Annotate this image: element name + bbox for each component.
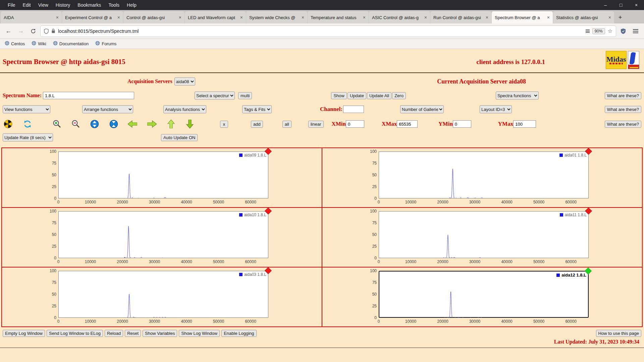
browser-tab[interactable]: LED and Waveform capt× [185,11,246,23]
new-tab-button[interactable]: + [614,11,626,23]
channel-input[interactable] [343,106,364,113]
minimize-button[interactable]: – [598,0,613,10]
ymax-input[interactable] [513,120,536,128]
reload-button[interactable] [28,26,38,36]
tags-fits-dropdown[interactable]: Tags & Fits [242,105,272,113]
ymin-input[interactable] [453,120,471,128]
arrange-functions-dropdown[interactable]: Arrange functions [82,105,133,113]
chart-plot-area[interactable]: aida03 1.8.L [58,271,268,318]
tab-close-icon[interactable]: × [56,15,59,20]
footer-button-empty-log-window[interactable]: Empty Log Window [3,330,45,337]
footer-button-reset[interactable]: Reset [125,330,141,337]
bookmark-documentation[interactable]: Documentation [53,41,89,47]
tab-close-icon[interactable]: × [240,15,243,20]
chart-plot-area[interactable]: aida01 1.8.L [379,152,589,198]
chart-plot-area[interactable]: aida09 1.8.L [58,152,268,198]
bookmark-star-icon[interactable]: ☆ [608,28,612,34]
shift-right-button[interactable] [147,119,157,129]
footer-button-reload[interactable]: Reload [105,330,123,337]
view-functions-dropdown[interactable]: View functions [3,105,50,113]
menu-item-bookmarks[interactable]: Bookmarks [74,0,105,10]
reader-view-icon[interactable] [586,29,590,33]
what-are-these-button-1[interactable]: What are these? [605,92,641,99]
y-shrink-button[interactable] [108,119,119,129]
analysis-functions-dropdown[interactable]: Analysis functions [163,105,206,113]
browser-tab[interactable]: Experiment Control @ a× [62,11,123,23]
update-all-button[interactable]: Update All [367,92,391,99]
browser-tab[interactable]: Statistics @ aidas-gsi× [553,11,614,23]
browser-tab[interactable]: Control @ aidas-gsi× [123,11,184,23]
tab-close-icon[interactable]: × [547,15,550,20]
bookmark-forums[interactable]: Forums [95,41,116,47]
zero-button[interactable]: Zero [392,92,406,99]
y-tick-label: 0 [42,256,56,260]
spectra-functions-dropdown[interactable]: Spectra functions [496,92,539,100]
menu-item-edit[interactable]: Edit [19,0,35,10]
shift-down-button[interactable] [184,119,195,129]
chart-plot-area[interactable]: aida11 1.8.L [379,211,589,258]
add-button[interactable]: add [251,121,263,128]
what-are-these-button-2[interactable]: What are these? [605,106,641,113]
back-button[interactable]: ← [3,26,13,36]
close-button[interactable]: × [629,0,644,10]
protections-shield-button[interactable] [618,26,628,36]
app-menu-button[interactable] [631,26,641,36]
zoom-in-button[interactable] [52,119,62,129]
acquisition-server-select[interactable]: aida08 [174,77,195,85]
bookmark-wiki[interactable]: Wiki [32,41,46,47]
browser-tab[interactable]: System wide Checks @× [246,11,307,23]
radiation-button[interactable] [3,119,13,129]
menu-item-tools[interactable]: Tools [105,0,123,10]
browser-tab[interactable]: ASIC Control @ aidas-g× [369,11,430,23]
tab-close-icon[interactable]: × [179,15,181,20]
xmin-input[interactable] [346,120,364,128]
browser-tab[interactable]: Spectrum Browser @ a× [492,11,553,23]
menu-item-history[interactable]: History [52,0,74,10]
tab-close-icon[interactable]: × [302,15,304,20]
multi-button[interactable]: multi [238,92,252,99]
shift-up-button[interactable] [166,119,176,129]
update-button[interactable]: Update [347,92,366,99]
browser-tab[interactable]: AIDA× [1,11,62,23]
y-expand-button[interactable] [89,119,100,129]
auto-update-button[interactable]: Auto Update ON [161,134,198,141]
zoom-out-button[interactable] [70,119,81,129]
number-of-galleries-dropdown[interactable]: Number of Galleries [400,105,444,113]
update-rate-dropdown[interactable]: Update Rate (8 secs) [3,133,53,141]
how-to-use-button[interactable]: How to use this page [596,330,641,337]
select-spectrum-dropdown[interactable]: Select a spectrum [195,92,235,100]
y-tick-label: 100 [42,268,56,273]
menu-item-file[interactable]: File [4,0,19,10]
all-button[interactable]: all [282,121,291,128]
maximize-button[interactable]: □ [613,0,629,10]
url-bar[interactable]: localhost:8015/Spectrum/Spectrum.tml 90%… [41,26,616,37]
shift-left-button[interactable] [127,119,138,129]
zoom-level-chip[interactable]: 90% [592,28,605,34]
footer-button-show-variables[interactable]: Show Variables [143,330,177,337]
browser-tab[interactable]: Temperature and status× [308,11,369,23]
footer-button-show-log-window[interactable]: Show Log Window [179,330,220,337]
menu-item-view[interactable]: View [35,0,52,10]
x-tick-label: 20000 [437,319,448,324]
tab-close-icon[interactable]: × [363,15,366,20]
chart-plot-area[interactable]: aida12 1.8.L [379,271,589,318]
x-axis-button[interactable]: x [220,121,228,128]
tab-close-icon[interactable]: × [486,15,488,20]
linear-button[interactable]: linear [308,121,324,128]
show-button[interactable]: Show [331,92,347,99]
bookmark-centos[interactable]: Centos [5,41,25,47]
footer-button-send-log-window-to-elog[interactable]: Send Log Window to ELog [47,330,103,337]
browser-tab[interactable]: Run Control @ aidas-gsi× [430,11,491,23]
what-are-these-button-3[interactable]: What are these? [605,121,641,128]
footer-button-enable-logging[interactable]: Enable Logging [221,330,256,337]
tab-close-icon[interactable]: × [424,15,427,20]
spectrum-name-input[interactable] [43,92,134,99]
xmax-input[interactable] [397,120,418,128]
forward-button[interactable]: → [16,26,26,36]
menu-item-help[interactable]: Help [123,0,140,10]
tab-close-icon[interactable]: × [117,15,120,20]
layout-id-dropdown[interactable]: Layout ID=3 [480,105,512,113]
refresh-spectra-button[interactable] [22,119,33,129]
chart-plot-area[interactable]: aida10 1.8.L [58,211,268,258]
tab-close-icon[interactable]: × [608,15,611,20]
